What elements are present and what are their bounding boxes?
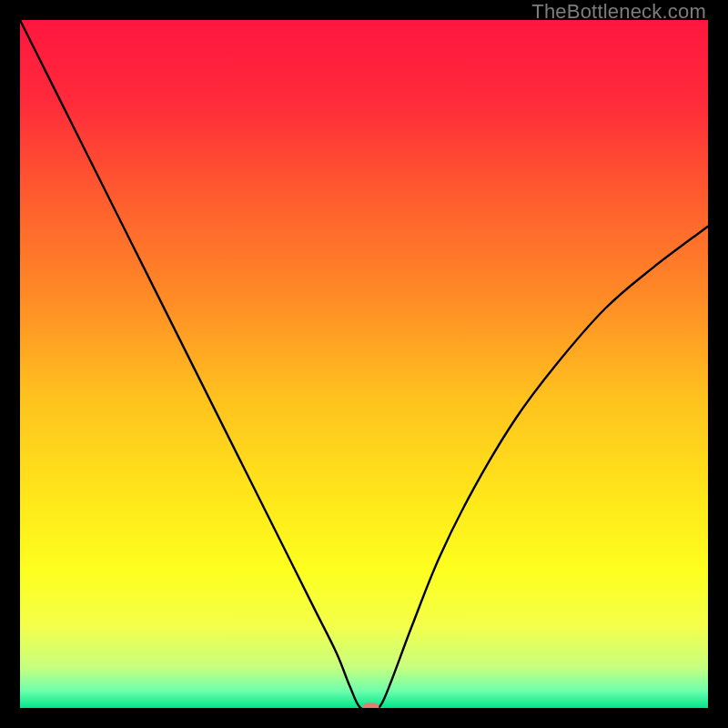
optimal-point-marker	[363, 703, 379, 709]
gradient-background	[20, 20, 708, 708]
watermark-text: TheBottleneck.com	[531, 0, 706, 24]
plot-area	[20, 20, 708, 708]
chart-svg	[20, 20, 708, 708]
outer-frame: TheBottleneck.com	[0, 0, 728, 728]
